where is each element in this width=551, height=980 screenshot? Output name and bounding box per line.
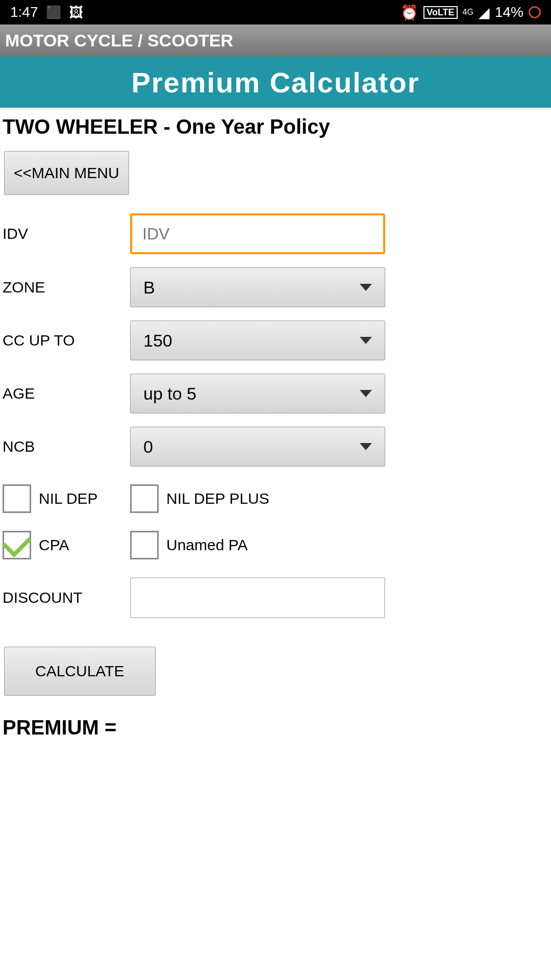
discount-input[interactable] [130,577,385,618]
nil-dep-plus-label: NIL DEP PLUS [166,490,269,507]
cc-select[interactable]: 150 [130,321,385,360]
cc-label: CC UP TO [3,332,130,349]
premium-result: PREMIUM = [0,711,551,744]
idv-label: IDV [3,225,130,242]
volte-badge: VoLTE [423,6,457,19]
nil-dep-label: NIL DEP [39,490,98,507]
chevron-down-icon [360,443,372,450]
battery-pct: 14% [495,4,523,20]
age-value: up to 5 [143,384,196,404]
loading-icon [529,6,541,18]
chevron-down-icon [360,284,372,291]
nil-dep-checkbox[interactable] [3,484,31,513]
age-label: AGE [3,385,130,402]
page-title: TWO WHEELER - One Year Policy [0,108,551,146]
cpa-label: CPA [39,536,69,554]
discount-label: DISCOUNT [3,589,130,606]
zone-label: ZONE [3,279,130,296]
chevron-down-icon [360,337,372,344]
calculate-button[interactable]: CALCULATE [4,647,156,696]
nil-dep-plus-checkbox[interactable] [130,484,159,513]
header-title: MOTOR CYCLE / SCOOTER [5,31,233,50]
banner-title: Premium Calculator [131,66,419,99]
banner: Premium Calculator [0,57,551,108]
cpa-checkbox[interactable] [3,531,31,559]
age-select[interactable]: up to 5 [130,374,385,413]
app-header: MOTOR CYCLE / SCOOTER [0,24,551,57]
zone-select[interactable]: B [130,267,385,307]
idv-input[interactable] [130,213,385,254]
ncb-value: 0 [143,437,153,457]
unnamed-pa-label: Unamed PA [166,536,248,554]
signal-icon: ◢ [479,4,490,21]
network-label: 4G [463,8,473,17]
unnamed-pa-checkbox[interactable] [130,531,159,559]
ncb-label: NCB [3,438,130,455]
zone-value: B [143,278,155,298]
status-bar: 1:47 ⬛ 🖼 ⏰ VoLTE 4G ◢ 14% [0,0,551,24]
status-time: 1:47 [10,4,38,20]
battery-icon: ⬛ [46,5,61,19]
cc-value: 150 [143,331,172,351]
image-icon: 🖼 [69,4,83,21]
ncb-select[interactable]: 0 [130,427,385,467]
main-menu-button[interactable]: <<MAIN MENU [4,151,129,195]
alarm-icon: ⏰ [400,4,418,21]
chevron-down-icon [360,390,372,397]
